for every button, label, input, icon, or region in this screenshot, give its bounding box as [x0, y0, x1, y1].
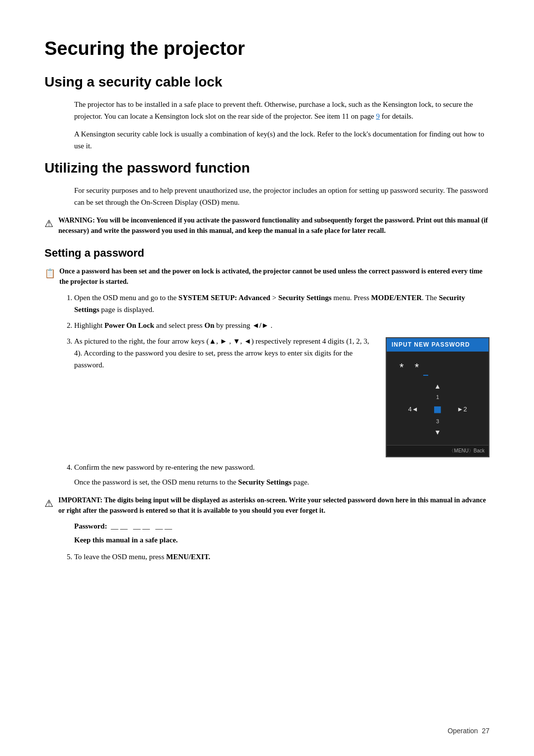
step5-list: To leave the OSD menu, press MENU/EXIT. — [74, 551, 490, 563]
osd-arrow-down: 3 ▼ — [434, 416, 441, 438]
osd-title-bar: INPUT NEW PASSWORD — [387, 338, 489, 352]
steps-list: Open the OSD menu and go to the SYSTEM S… — [74, 292, 490, 488]
footer-page-number: 27 — [482, 727, 490, 735]
note-box: 📋 Once a password has been set and the p… — [44, 266, 490, 287]
password-line: Password: __ __ __ __ __ __ — [74, 521, 490, 532]
step-3-row: As pictured to the right, the four arrow… — [74, 335, 490, 457]
page-title: Securing the projector — [44, 35, 490, 63]
password-intro: For security purposes and to help preven… — [74, 184, 490, 208]
osd-arrow-up: ▲ 1 — [434, 381, 441, 402]
step-4-continuation: Once the password is set, the OSD menu r… — [74, 476, 490, 488]
important-box: ⚠ IMPORTANT: The digits being input will… — [44, 495, 490, 516]
warning-icon: ⚠ — [44, 216, 53, 231]
section-cable-lock-title: Using a security cable lock — [44, 72, 490, 92]
section-password-title: Utilizing the password function — [44, 158, 490, 178]
step-3: As pictured to the right, the four arrow… — [74, 335, 490, 457]
osd-arrows: ▲ 1 4◄ ■ ►2 3 ▼ — [395, 381, 481, 438]
osd-label-2: ►2 — [457, 404, 467, 415]
important-icon: ⚠ — [44, 496, 53, 511]
warning-box: ⚠ WARNING: You will be inconvenienced if… — [44, 215, 490, 236]
osd-footer: 〈MENU〉Back — [387, 445, 489, 456]
footer-text: Operation — [447, 727, 478, 735]
osd-asterisks: * * — [400, 358, 481, 376]
osd-menu-image: INPUT NEW PASSWORD * * ▲ 1 4◄ ■ — [386, 337, 490, 457]
cable-lock-para1: The projector has to be installed in a s… — [74, 98, 490, 122]
osd-arrow-center: 4◄ ■ ►2 — [408, 402, 467, 416]
step-5-text: To leave the OSD menu, press MENU/EXIT. — [74, 553, 210, 561]
step-2: Highlight Power On Lock and select press… — [74, 319, 490, 331]
step-1-text: Open the OSD menu and go to the SYSTEM S… — [74, 294, 465, 313]
osd-label-1: 1 — [436, 394, 439, 400]
note-text: Once a password has been set and the pow… — [59, 266, 490, 287]
step-4: Confirm the new password by re-entering … — [74, 461, 490, 488]
keep-safe-text: Keep this manual in a safe place. — [74, 534, 490, 546]
step-5: To leave the OSD menu, press MENU/EXIT. — [74, 551, 490, 563]
osd-body: * * ▲ 1 4◄ ■ ►2 — [387, 352, 489, 445]
page-footer: Operation 27 — [447, 726, 490, 736]
important-text: IMPORTANT: The digits being input will b… — [58, 495, 490, 516]
osd-label-3: 3 — [436, 418, 439, 424]
step-1: Open the OSD menu and go to the SYSTEM S… — [74, 292, 490, 315]
warning-text: WARNING: You will be inconvenienced if y… — [58, 215, 490, 236]
subsection-password-title: Setting a password — [44, 245, 490, 261]
cable-lock-para2: A Kensington security cable lock is usua… — [74, 128, 490, 152]
step-4-text: Confirm the new password by re-entering … — [74, 463, 255, 471]
osd-label-4: 4◄ — [408, 404, 418, 415]
note-icon: 📋 — [44, 267, 55, 280]
step-2-text: Highlight Power On Lock and select press… — [74, 321, 272, 329]
step-3-text: As pictured to the right, the four arrow… — [74, 335, 377, 371]
